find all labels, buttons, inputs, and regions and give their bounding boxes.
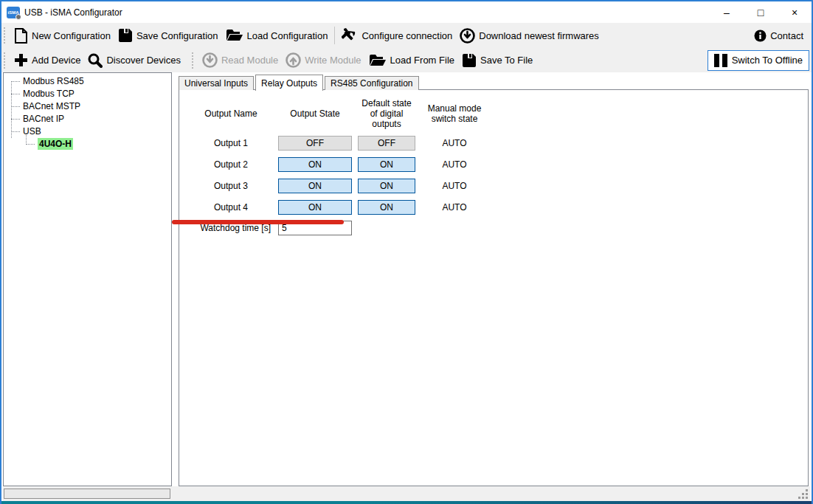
contact-label: Contact bbox=[770, 30, 803, 41]
output-2-name: Output 2 bbox=[214, 159, 248, 170]
app-logo-icon: iSMA bbox=[7, 7, 20, 18]
output-3-name: Output 3 bbox=[214, 181, 248, 191]
tree-node-device-4u4o-h[interactable]: 4U4O-H bbox=[7, 138, 171, 151]
column-header-output-name: Output Name bbox=[204, 109, 257, 120]
switch-to-offline-label: Switch To Offline bbox=[732, 55, 803, 66]
toolbar-grip bbox=[4, 52, 7, 69]
output-2-default-state-button[interactable]: ON bbox=[358, 157, 415, 172]
resize-grip[interactable] bbox=[798, 489, 808, 499]
output-1-default-state-button[interactable]: OFF bbox=[358, 136, 415, 151]
tab-strip: Universal Inputs Relay Outputs RS485 Con… bbox=[179, 75, 809, 90]
output-1-name: Output 1 bbox=[214, 138, 248, 148]
toolbar-grip bbox=[192, 52, 196, 69]
read-module-button[interactable]: Read Module bbox=[198, 49, 282, 71]
output-4-state-button[interactable]: ON bbox=[278, 200, 352, 215]
output-2-state-button[interactable]: ON bbox=[278, 157, 352, 172]
main-toolbar: New Configuration Save Configuration Loa… bbox=[1, 23, 812, 48]
window-title: USB - iSMA Configurator bbox=[24, 7, 122, 18]
status-bar bbox=[3, 486, 810, 501]
output-4-manual-mode: AUTO bbox=[442, 202, 466, 213]
toolbar-grip bbox=[4, 27, 7, 44]
annotation-red-underline bbox=[172, 220, 344, 224]
add-device-button[interactable]: Add Device bbox=[10, 50, 84, 70]
read-module-download-icon bbox=[202, 52, 218, 68]
load-from-file-label: Load From File bbox=[390, 55, 454, 66]
output-4-default-state-button[interactable]: ON bbox=[358, 200, 415, 215]
pause-icon bbox=[714, 54, 727, 67]
plus-icon bbox=[14, 53, 28, 67]
column-header-default-state: Default state of digital outputs bbox=[358, 99, 415, 129]
read-module-label: Read Module bbox=[221, 55, 278, 66]
device-tree: Modbus RS485 Modbus TCP BACnet MSTP BACn… bbox=[7, 75, 171, 151]
toolbar-separator bbox=[334, 27, 335, 44]
save-floppy-icon bbox=[118, 28, 133, 43]
download-firmwares-label: Download newest firmwares bbox=[479, 30, 599, 41]
tab-universal-inputs[interactable]: Universal Inputs bbox=[179, 76, 254, 90]
new-configuration-label: New Configuration bbox=[32, 30, 111, 41]
write-module-label: Write Module bbox=[305, 55, 361, 66]
device-tree-panel: Modbus RS485 Modbus TCP BACnet MSTP BACn… bbox=[3, 72, 172, 486]
new-configuration-button[interactable]: New Configuration bbox=[10, 25, 114, 46]
output-4-name: Output 4 bbox=[214, 202, 248, 213]
download-firmwares-button[interactable]: Download newest firmwares bbox=[456, 25, 603, 46]
tab-relay-outputs[interactable]: Relay Outputs bbox=[255, 75, 323, 91]
configure-connection-button[interactable]: Configure connection bbox=[338, 24, 456, 46]
open-folder-icon bbox=[369, 54, 387, 67]
watchdog-time-label: Watchdog time [s] bbox=[190, 223, 272, 233]
contact-button[interactable]: Contact bbox=[750, 27, 807, 45]
relay-outputs-table: Output Name Output State Default state o… bbox=[190, 99, 808, 215]
output-3-default-state-button[interactable]: ON bbox=[358, 179, 415, 193]
output-3-state-button[interactable]: ON bbox=[278, 179, 352, 193]
output-1-manual-mode: AUTO bbox=[442, 138, 466, 148]
discover-devices-label: Discover Devices bbox=[106, 55, 180, 66]
tree-node-usb[interactable]: USB bbox=[7, 125, 171, 138]
title-bar: iSMA USB - iSMA Configurator – □ × bbox=[1, 1, 812, 23]
switch-to-offline-button[interactable]: Switch To Offline bbox=[708, 50, 809, 71]
tree-node-bacnet-mstp[interactable]: BACnet MSTP bbox=[7, 100, 171, 113]
app-window: iSMA USB - iSMA Configurator – □ × New C… bbox=[0, 0, 813, 504]
save-to-file-button[interactable]: Save To File bbox=[458, 50, 536, 71]
minimize-button[interactable]: – bbox=[710, 1, 744, 23]
window-bottom-border bbox=[1, 501, 812, 504]
write-module-button[interactable]: Write Module bbox=[282, 49, 364, 71]
tree-node-bacnet-ip[interactable]: BACnet IP bbox=[7, 113, 171, 125]
save-floppy-icon bbox=[462, 53, 477, 68]
load-from-file-button[interactable]: Load From File bbox=[365, 51, 458, 70]
new-document-icon bbox=[14, 28, 28, 44]
tree-horizontal-scrollbar[interactable] bbox=[4, 489, 170, 499]
save-configuration-label: Save Configuration bbox=[136, 30, 218, 41]
tree-node-modbus-tcp[interactable]: Modbus TCP bbox=[7, 88, 171, 100]
discover-devices-button[interactable]: Discover Devices bbox=[84, 50, 184, 71]
add-device-label: Add Device bbox=[32, 55, 80, 66]
download-circle-icon bbox=[460, 28, 475, 44]
selected-device-label[interactable]: 4U4O-H bbox=[38, 138, 73, 150]
column-header-output-state: Output State bbox=[290, 109, 339, 120]
output-1-state-button[interactable]: OFF bbox=[278, 136, 352, 151]
column-header-manual-mode: Manual mode switch state bbox=[421, 104, 488, 125]
maximize-button[interactable]: □ bbox=[744, 1, 778, 23]
load-configuration-button[interactable]: Load Configuration bbox=[222, 26, 332, 45]
output-3-manual-mode: AUTO bbox=[442, 181, 466, 191]
configure-connection-label: Configure connection bbox=[361, 30, 452, 41]
save-configuration-button[interactable]: Save Configuration bbox=[114, 25, 222, 46]
write-module-upload-icon bbox=[286, 52, 301, 68]
open-folder-icon bbox=[226, 29, 243, 42]
device-toolbar: Add Device Discover Devices Read Module … bbox=[1, 48, 812, 72]
content-area: Universal Inputs Relay Outputs RS485 Con… bbox=[179, 75, 809, 486]
tree-node-modbus-rs485[interactable]: Modbus RS485 bbox=[7, 75, 171, 88]
close-button[interactable]: × bbox=[778, 1, 812, 23]
tools-icon bbox=[342, 27, 358, 44]
search-icon bbox=[88, 53, 103, 68]
relay-outputs-panel: Output Name Output State Default state o… bbox=[179, 89, 809, 486]
info-icon bbox=[754, 30, 767, 42]
load-configuration-label: Load Configuration bbox=[247, 30, 328, 41]
save-to-file-label: Save To File bbox=[480, 55, 533, 66]
output-2-manual-mode: AUTO bbox=[442, 159, 466, 170]
tab-rs485-configuration[interactable]: RS485 Configuration bbox=[325, 76, 418, 90]
